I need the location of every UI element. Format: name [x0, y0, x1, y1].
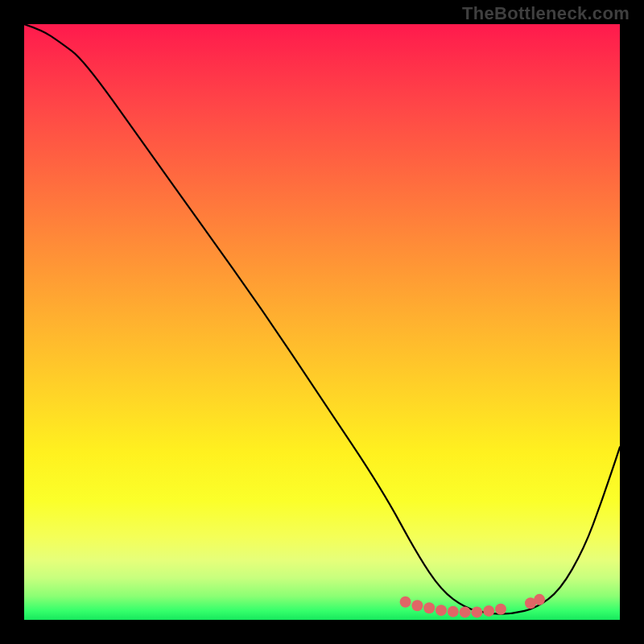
chart-svg — [24, 24, 620, 620]
marker-dot — [400, 597, 411, 608]
marker-dot — [483, 605, 494, 617]
marker-dot — [436, 605, 447, 616]
marker-dot — [471, 606, 482, 617]
chart-stage: TheBottleneck.com — [0, 0, 644, 644]
marker-dot — [460, 606, 471, 617]
marker-dot — [534, 594, 545, 605]
marker-dot — [423, 602, 435, 613]
marker-dot — [448, 606, 459, 617]
bottleneck-curve — [24, 24, 620, 614]
marker-dot — [411, 600, 423, 611]
marker-dot — [495, 604, 506, 615]
marker-group — [400, 594, 545, 618]
watermark-text: TheBottleneck.com — [462, 3, 630, 24]
plot-area — [24, 24, 620, 620]
